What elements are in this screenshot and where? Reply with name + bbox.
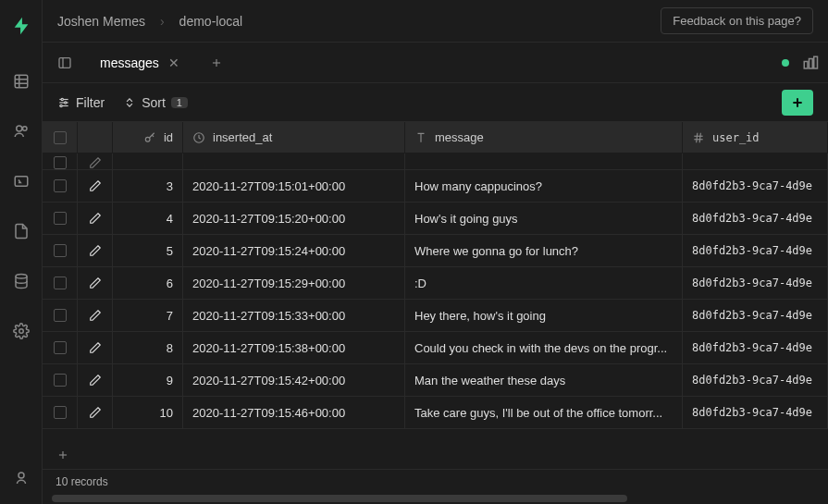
cell-user-id[interactable]	[683, 154, 828, 169]
cell-id[interactable]: 4	[113, 203, 183, 234]
edit-row-button[interactable]	[78, 332, 113, 363]
database-icon[interactable]	[5, 264, 38, 298]
table-row[interactable]: 42020-11-27T09:15:20+00:00How's it going…	[43, 203, 828, 235]
select-all-checkbox[interactable]	[43, 122, 78, 153]
row-checkbox[interactable]	[43, 364, 78, 396]
cell-inserted-at[interactable]: 2020-11-27T09:15:29+00:00	[183, 267, 405, 299]
cell-user-id[interactable]: 8d0fd2b3-9ca7-4d9e	[683, 397, 828, 428]
edit-row-button[interactable]	[78, 203, 113, 234]
close-icon[interactable]: ✕	[168, 55, 179, 70]
cell-id[interactable]	[113, 154, 183, 169]
cell-message[interactable]: Hey there, how's it going	[405, 300, 683, 331]
svg-point-18	[61, 98, 63, 100]
svg-line-29	[697, 132, 698, 142]
table-row[interactable]: 102020-11-27T09:15:46+00:00Take care guy…	[43, 397, 828, 429]
cell-user-id[interactable]: 8d0fd2b3-9ca7-4d9e	[683, 170, 828, 202]
account-icon[interactable]	[5, 461, 38, 495]
cell-id[interactable]: 8	[113, 332, 183, 363]
cell-id[interactable]: 10	[113, 397, 183, 428]
tab-messages[interactable]: messages ✕	[87, 48, 192, 78]
footer-add-button[interactable]	[52, 444, 74, 466]
add-tab-button[interactable]	[204, 50, 229, 76]
edit-row-button[interactable]	[78, 235, 113, 266]
cell-id[interactable]: 5	[113, 235, 183, 266]
auth-icon[interactable]	[5, 115, 38, 148]
svg-rect-6	[15, 177, 28, 187]
cell-inserted-at[interactable]	[183, 154, 405, 169]
cell-user-id[interactable]: 8d0fd2b3-9ca7-4d9e	[683, 267, 828, 299]
sort-button[interactable]: Sort 1	[123, 95, 188, 110]
cell-message[interactable]: Could you check in with the devs on the …	[405, 332, 683, 363]
settings-icon[interactable]	[5, 314, 38, 348]
edit-row-button[interactable]	[78, 170, 113, 202]
cell-message[interactable]: :D	[405, 267, 683, 299]
cell-message[interactable]: Where we gonna go for lunch?	[405, 235, 683, 266]
table-row[interactable]: 72020-11-27T09:15:33+00:00Hey there, how…	[43, 300, 828, 332]
cell-user-id[interactable]: 8d0fd2b3-9ca7-4d9e	[683, 364, 828, 396]
definition-icon[interactable]	[802, 55, 819, 71]
cell-user-id[interactable]: 8d0fd2b3-9ca7-4d9e	[683, 235, 828, 266]
row-checkbox[interactable]	[43, 170, 78, 202]
cell-inserted-at[interactable]: 2020-11-27T09:15:20+00:00	[183, 203, 405, 234]
toolbar: Filter Sort 1	[43, 83, 828, 122]
cell-id[interactable]: 9	[113, 364, 183, 396]
cell-inserted-at[interactable]: 2020-11-27T09:15:01+00:00	[183, 170, 405, 202]
cell-id[interactable]: 7	[113, 300, 183, 331]
text-icon	[414, 131, 427, 144]
edit-row-button[interactable]	[78, 267, 113, 299]
data-grid: id inserted_at message user_id 32020-11-…	[43, 122, 828, 469]
cell-inserted-at[interactable]: 2020-11-27T09:15:24+00:00	[183, 235, 405, 266]
row-checkbox[interactable]	[43, 397, 78, 428]
column-inserted-at[interactable]: inserted_at	[183, 122, 405, 153]
scrollbar-thumb[interactable]	[52, 495, 627, 502]
cell-user-id[interactable]: 8d0fd2b3-9ca7-4d9e	[683, 203, 828, 234]
row-checkbox[interactable]	[43, 267, 78, 299]
table-row[interactable]: 62020-11-27T09:15:29+00:00:D8d0fd2b3-9ca…	[43, 267, 828, 300]
docs-icon[interactable]	[5, 215, 38, 248]
table-row[interactable]: 52020-11-27T09:15:24+00:00Where we gonna…	[43, 235, 828, 267]
panel-toggle-icon[interactable]	[52, 50, 78, 76]
cell-inserted-at[interactable]: 2020-11-27T09:15:42+00:00	[183, 364, 405, 396]
column-user-id[interactable]: user_id	[683, 122, 828, 153]
logo-icon[interactable]	[5, 9, 38, 43]
cell-message[interactable]: Take care guys, I'll be out of the offic…	[405, 397, 683, 428]
table-editor-icon[interactable]	[5, 65, 38, 98]
cell-message[interactable]: Man the weather these days	[405, 364, 683, 396]
column-message[interactable]: message	[405, 122, 683, 153]
cell-inserted-at[interactable]: 2020-11-27T09:15:33+00:00	[183, 300, 405, 331]
edit-row-button[interactable]	[78, 300, 113, 331]
edit-row-button[interactable]	[78, 397, 113, 428]
cell-user-id[interactable]: 8d0fd2b3-9ca7-4d9e	[683, 300, 828, 331]
column-id[interactable]: id	[113, 122, 183, 153]
row-checkbox[interactable]	[43, 154, 78, 169]
cell-user-id[interactable]: 8d0fd2b3-9ca7-4d9e	[683, 332, 828, 363]
svg-rect-10	[59, 57, 70, 68]
table-row[interactable]: 32020-11-27T09:15:01+00:00How many cappu…	[43, 170, 828, 203]
row-checkbox[interactable]	[43, 203, 78, 234]
filter-button[interactable]: Filter	[57, 95, 105, 110]
cell-message[interactable]	[405, 154, 683, 169]
row-checkbox[interactable]	[43, 300, 78, 331]
horizontal-scrollbar[interactable]	[43, 493, 828, 504]
edit-row-button[interactable]	[78, 364, 113, 396]
cell-inserted-at[interactable]: 2020-11-27T09:15:38+00:00	[183, 332, 405, 363]
table-row[interactable]	[43, 154, 828, 170]
cell-id[interactable]: 6	[113, 267, 183, 299]
svg-point-7	[16, 275, 27, 279]
edit-row-button[interactable]	[78, 154, 113, 169]
sql-icon[interactable]	[5, 165, 38, 198]
svg-rect-14	[804, 61, 808, 68]
breadcrumb-project[interactable]: Joshen Memes	[57, 14, 145, 29]
svg-rect-15	[809, 58, 813, 68]
breadcrumb-db[interactable]: demo-local	[179, 14, 242, 29]
row-checkbox[interactable]	[43, 235, 78, 266]
add-row-button[interactable]	[782, 90, 813, 116]
cell-inserted-at[interactable]: 2020-11-27T09:15:46+00:00	[183, 397, 405, 428]
cell-id[interactable]: 3	[113, 170, 183, 202]
feedback-button[interactable]: Feedback on this page?	[661, 7, 813, 34]
table-row[interactable]: 82020-11-27T09:15:38+00:00Could you chec…	[43, 332, 828, 364]
cell-message[interactable]: How many cappucinos?	[405, 170, 683, 202]
row-checkbox[interactable]	[43, 332, 78, 363]
cell-message[interactable]: How's it going guys	[405, 203, 683, 234]
table-row[interactable]: 92020-11-27T09:15:42+00:00Man the weathe…	[43, 364, 828, 397]
